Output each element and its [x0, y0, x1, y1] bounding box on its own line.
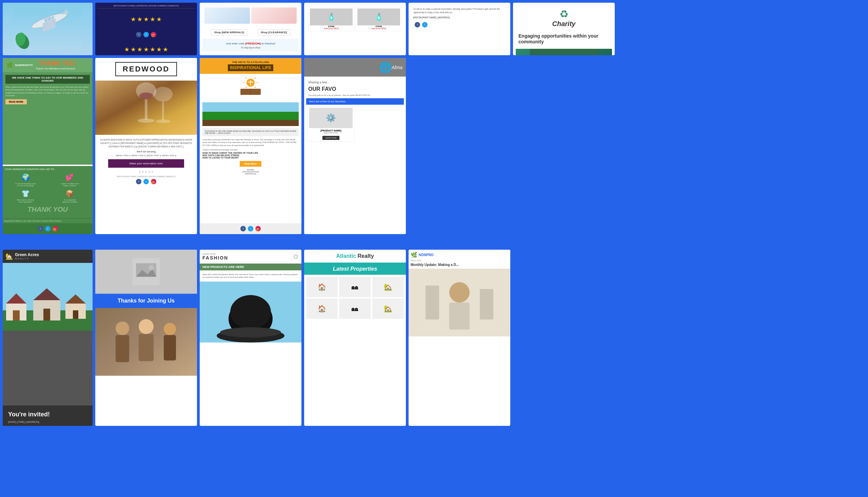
card-thanks-joining[interactable]: Thanks for Joining Us: [95, 250, 197, 426]
fashion-brand-section: Grand Trunk FASHION: [203, 253, 228, 260]
shop-buttons: Shop [NEW ARRIVALS] Shop [CLEARANCE]: [203, 26, 299, 39]
nonprofit-monthly-image: [409, 269, 510, 426]
shop-new-arrivals[interactable]: Shop [NEW ARRIVALS]: [211, 29, 247, 36]
donation-item-4: 📦 An expandedplaying schedule: [49, 189, 91, 203]
fashion-decorative-icon: ✿: [293, 252, 299, 260]
redwood-twitter-icon[interactable]: t: [143, 179, 149, 184]
nonprofit-social: f t in: [3, 223, 93, 234]
donation-item-3: 👕 New team uniformsand equipment: [5, 189, 46, 203]
svg-point-66: [230, 295, 271, 329]
insp-landscape-image: [203, 102, 299, 126]
card-travel[interactable]: [3, 3, 93, 55]
svg-point-69: [449, 282, 470, 302]
svg-point-23: [138, 118, 155, 123]
neighborhood-illustration: [3, 263, 93, 331]
redwood-body: It's [DATE NIGHT/GIRLS' NIGHT OUT/CUSTOM…: [95, 135, 197, 189]
nonprofit-monthly-brand: NONPRO: [419, 253, 434, 257]
nonprofit-monthly-content: 🌿 NONPRO March 2015 Monthly Update: Maki…: [409, 250, 510, 269]
redwood-photo: [95, 81, 197, 135]
nonprofit-body: WE HAVE ONE THING TO SAY TO OUR MEMBERS …: [3, 72, 93, 165]
card-sale-items[interactable]: 🧴 [ITEM] Sale price: [$15] 🧴 [ITEM] Sale…: [304, 3, 406, 55]
property-5: 🏘: [339, 298, 371, 319]
star-rating: ★ ★ ★ ★ ★: [130, 16, 162, 23]
sale-item-1: 🧴 [ITEM] Sale price: [$15]: [308, 7, 354, 31]
card-redwood[interactable]: REDWOOD: [95, 58, 197, 234]
property-6: 🏡: [372, 298, 404, 319]
card-atlantic-realty[interactable]: Atlantic Realty Latest Properties 🏠 🏘 🏡 …: [304, 250, 406, 426]
product-gray-1-image: ⚙️: [309, 108, 353, 128]
row-spacer: [3, 237, 615, 247]
shop-now-button[interactable]: SHOP NOW: [322, 136, 339, 140]
insp-body: "SUCCESS IS ON THE SAME ROAD AS FAILURE;…: [200, 100, 301, 223]
insp-sun-book-icon: [237, 76, 264, 96]
svg-rect-71: [426, 286, 439, 320]
insp-facebook-icon[interactable]: f: [240, 226, 246, 231]
shop-clearance[interactable]: Shop [CLEARANCE]: [258, 29, 290, 36]
people-gathering-illustration: [95, 308, 197, 376]
redwood-social: f t in: [99, 178, 194, 186]
facebook-icon[interactable]: f: [136, 32, 141, 37]
nonprofit-facebook-icon[interactable]: f: [38, 226, 43, 231]
fashion-hat-section: [200, 282, 301, 426]
svg-point-55: [149, 265, 154, 270]
insp-book-section: [200, 74, 301, 100]
nonprofit-brand-label: NONPROFIT®: [15, 64, 33, 67]
divider: ✦ ✦ ✦ ✦ ✦: [99, 170, 194, 173]
nonprofit-monthly-title: Monthly Update: Making a D...: [411, 263, 508, 267]
redwood-instagram-icon[interactable]: in: [151, 179, 156, 184]
svg-point-25: [154, 87, 173, 102]
svg-line-36: [254, 87, 256, 88]
svg-rect-60: [139, 334, 154, 361]
reservation-button[interactable]: Make your reservation now!: [108, 159, 184, 168]
sale-item-2: 🧴 [ITEM] Sale price: [$15]: [356, 7, 402, 31]
twitter-icon-partial[interactable]: t: [422, 22, 428, 27]
nonprofit-footer: Organization Address, City, State, Zip C…: [3, 218, 93, 223]
svg-rect-70: [449, 302, 470, 330]
insp-header: THE KEYS TO A FULFILLING INSPIRATIONAL L…: [200, 58, 301, 74]
facebook-icon-partial[interactable]: f: [415, 22, 420, 27]
card-shop[interactable]: Shop [NEW ARRIVALS] Shop [CLEARANCE] Jus…: [200, 3, 301, 55]
thank-you-closing-text: THANK YOU: [5, 205, 91, 213]
donation-heart-icon: 💕: [66, 173, 74, 181]
redwood-facebook-icon[interactable]: f: [136, 179, 141, 184]
nonprofit-instagram-icon[interactable]: in: [53, 226, 58, 231]
card-inspirational[interactable]: THE KEYS TO A FULFILLING INSPIRATIONAL L…: [200, 58, 301, 234]
nonprofit-monthly-logo-icon: 🌿: [411, 252, 417, 258]
globe-decorative-icon: 🌐: [379, 61, 391, 73]
quote-box: "SUCCESS IS ON THE SAME ROAD AS FAILURE;…: [203, 128, 299, 136]
insp-read-more-button[interactable]: Read More: [240, 161, 261, 167]
svg-line-33: [246, 77, 247, 79]
card-green-acres[interactable]: 🏡 Green Acres REALTY: [3, 250, 93, 426]
card-charity[interactable]: ♻ Charity Engaging opportunities within …: [513, 3, 615, 55]
card-fashion[interactable]: Grand Trunk FASHION ✿ NEW PRODUCTS ARE H…: [200, 250, 301, 426]
card-nonprofit[interactable]: 🌿 NONPROFIT® THANK YOU Thank You Members…: [3, 58, 93, 234]
svg-point-24: [139, 93, 153, 99]
read-more-button[interactable]: READ MORE: [5, 99, 27, 104]
svg-rect-45: [13, 310, 20, 321]
instagram-icon[interactable]: in: [151, 32, 156, 37]
property-3: 🏡: [372, 277, 404, 297]
star-5: ★: [156, 16, 162, 23]
insp-instagram-icon[interactable]: in: [255, 226, 261, 231]
twitter-icon[interactable]: t: [143, 32, 149, 37]
promo-section: Just enter code [FREEDOM] at checkout Or…: [203, 39, 299, 52]
star-2: ★: [137, 16, 142, 23]
donation-grid: 🌍 A record-breaking yearfor our fundrais…: [5, 173, 91, 203]
card-restaurant-stars[interactable]: [RESTAURANT NAME] | [ADDRESS] | [PHONE N…: [95, 3, 197, 55]
insp-twitter-icon[interactable]: t: [248, 226, 253, 231]
card-nonprofit-monthly[interactable]: 🌿 NONPRO March 2015 Monthly Update: Maki…: [409, 250, 510, 426]
card-partial-restaurant[interactable]: Or will us to make a special reservation…: [409, 3, 510, 55]
insp-social-icons: f t in: [201, 225, 300, 233]
new-products-banner: NEW PRODUCTS ARE HERE: [200, 264, 301, 270]
charity-tagline-section: Engaging opportunities within your commu…: [516, 29, 612, 49]
product-gray-1: ⚙️ [PRODUCT NAME] [DESCRIPTION] SHOP NOW: [307, 106, 354, 142]
sale-items-grid: 🧴 [ITEM] Sale price: [$15] 🧴 [ITEM] Sale…: [307, 5, 403, 32]
svg-rect-48: [43, 309, 50, 321]
atlantic-header: Atlantic Realty: [304, 250, 406, 263]
green-acres-header: 🏡 Green Acres REALTY: [3, 250, 93, 263]
donation-item-1: 🌍 A record-breaking yearfor our fundrais…: [5, 173, 46, 187]
nonprofit-twitter-icon[interactable]: t: [45, 226, 51, 231]
nonprofit-header: 🌿 NONPROFIT® THANK YOU Thank You Members…: [3, 58, 93, 72]
svg-line-35: [246, 87, 247, 88]
card-alma-favorites[interactable]: 🌐 Alma Sharing a few... OUR FAVO You sho…: [304, 58, 406, 234]
